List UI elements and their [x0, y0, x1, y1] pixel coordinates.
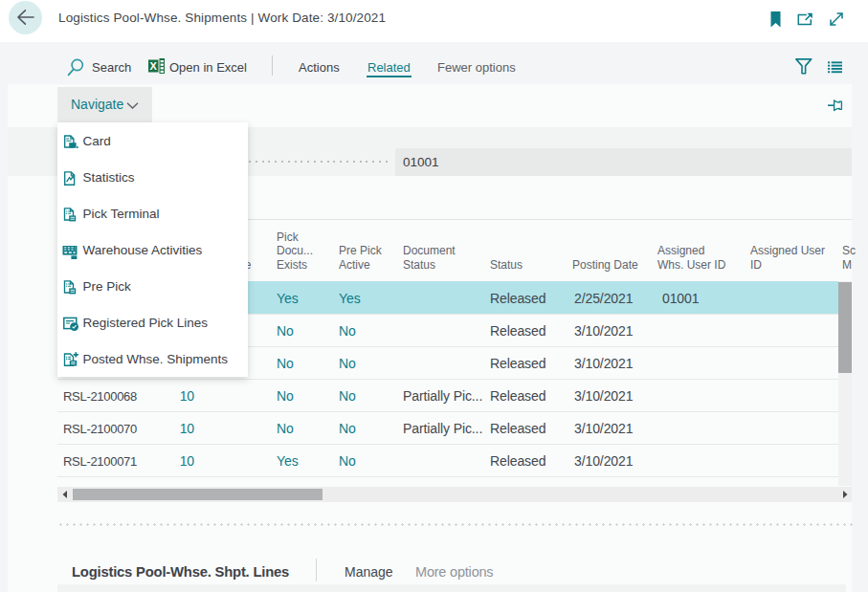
svg-text:X: X [150, 60, 158, 72]
